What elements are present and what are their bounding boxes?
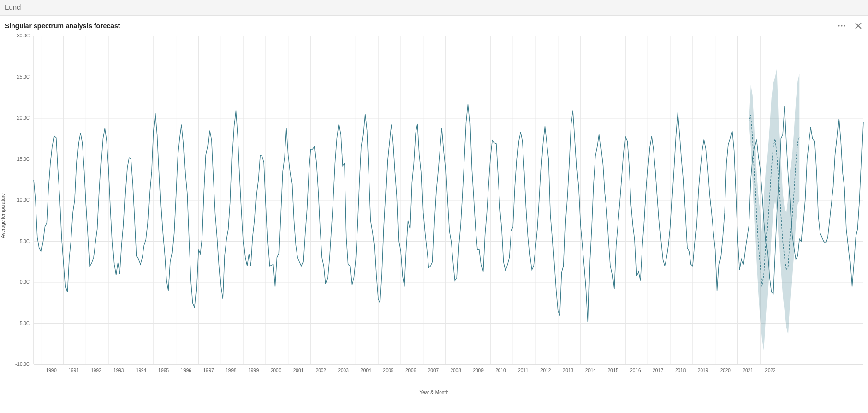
svg-text:2006: 2006 xyxy=(405,368,416,373)
svg-text:-10.0C: -10.0C xyxy=(15,362,30,367)
svg-text:2004: 2004 xyxy=(360,368,371,373)
svg-text:1994: 1994 xyxy=(136,368,147,373)
svg-text:2010: 2010 xyxy=(495,368,506,373)
svg-text:1997: 1997 xyxy=(203,368,214,373)
svg-text:2014: 2014 xyxy=(585,368,596,373)
svg-text:2013: 2013 xyxy=(563,368,574,373)
svg-point-2 xyxy=(844,25,845,26)
svg-text:20.0C: 20.0C xyxy=(17,115,30,121)
svg-text:1990: 1990 xyxy=(46,368,57,373)
page-title: Lund xyxy=(0,0,868,16)
forecast-card: Singular spectrum analysis forecast Aver… xyxy=(0,16,868,413)
svg-text:2018: 2018 xyxy=(675,368,686,373)
svg-text:0.0C: 0.0C xyxy=(20,279,30,285)
svg-text:1996: 1996 xyxy=(181,368,192,373)
svg-text:2017: 2017 xyxy=(653,368,664,373)
svg-text:1993: 1993 xyxy=(113,368,124,373)
svg-text:2000: 2000 xyxy=(271,368,282,373)
card-title: Singular spectrum analysis forecast xyxy=(5,22,120,30)
svg-text:30.0C: 30.0C xyxy=(17,33,30,38)
svg-text:2009: 2009 xyxy=(473,368,484,373)
svg-point-1 xyxy=(841,25,842,26)
close-icon[interactable] xyxy=(855,22,862,30)
svg-text:15.0C: 15.0C xyxy=(17,157,30,162)
svg-text:2020: 2020 xyxy=(720,368,731,373)
svg-text:2008: 2008 xyxy=(451,368,462,373)
forecast-chart: Average temperature Year & Month -10.0C-… xyxy=(0,33,868,398)
svg-text:2021: 2021 xyxy=(743,368,754,373)
svg-text:1999: 1999 xyxy=(248,368,259,373)
svg-text:2001: 2001 xyxy=(293,368,304,373)
svg-text:-5.0C: -5.0C xyxy=(18,321,30,326)
svg-text:1992: 1992 xyxy=(91,368,102,373)
svg-text:2016: 2016 xyxy=(630,368,641,373)
svg-text:2007: 2007 xyxy=(428,368,439,373)
svg-text:2015: 2015 xyxy=(607,368,618,373)
svg-text:25.0C: 25.0C xyxy=(17,74,30,80)
svg-text:1995: 1995 xyxy=(158,368,169,373)
card-actions xyxy=(837,22,862,30)
card-header: Singular spectrum analysis forecast xyxy=(0,16,868,33)
svg-text:2002: 2002 xyxy=(316,368,327,373)
svg-text:1998: 1998 xyxy=(226,368,237,373)
svg-text:2012: 2012 xyxy=(540,368,551,373)
svg-text:2011: 2011 xyxy=(518,368,529,373)
svg-point-0 xyxy=(838,25,839,26)
svg-text:2022: 2022 xyxy=(765,368,776,373)
svg-text:5.0C: 5.0C xyxy=(20,239,30,244)
chart-svg: -10.0C-5.0C0.0C5.0C10.0C15.0C20.0C25.0C3… xyxy=(0,33,868,398)
svg-text:1991: 1991 xyxy=(68,368,79,373)
svg-text:2019: 2019 xyxy=(698,368,709,373)
svg-text:10.0C: 10.0C xyxy=(17,197,30,203)
svg-text:2005: 2005 xyxy=(383,368,394,373)
svg-text:2003: 2003 xyxy=(338,368,349,373)
more-options-icon[interactable] xyxy=(837,22,846,30)
